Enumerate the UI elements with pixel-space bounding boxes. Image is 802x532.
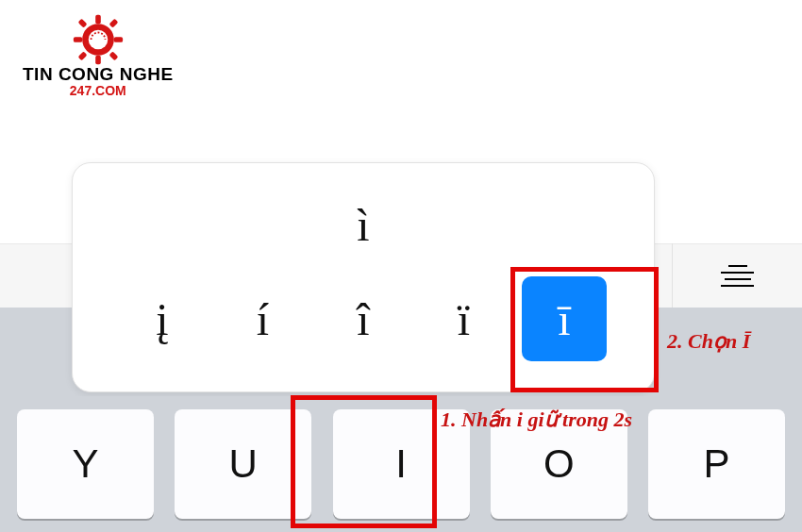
key-y[interactable]: Y	[17, 409, 154, 519]
keyboard-row: Y U I O P	[0, 396, 802, 532]
logo-text-line1: TIN CONG NGHE	[23, 64, 174, 85]
svg-rect-5	[114, 37, 123, 42]
popup-preview-char: ì	[357, 199, 369, 251]
svg-rect-4	[74, 37, 82, 42]
key-p[interactable]: P	[648, 409, 785, 519]
accent-option-3[interactable]: ï	[422, 276, 507, 361]
annotation-step2: 2. Chọn Ī	[667, 329, 750, 354]
key-u[interactable]: U	[175, 409, 311, 519]
text-align-button[interactable]	[672, 243, 802, 308]
svg-rect-3	[95, 56, 101, 64]
accent-option-2[interactable]: î	[321, 276, 406, 361]
svg-rect-2	[95, 15, 101, 24]
accent-option-4[interactable]: ī	[522, 276, 607, 361]
accent-option-0[interactable]: į	[120, 276, 205, 361]
gear-icon	[72, 13, 125, 66]
accent-option-1[interactable]: í	[221, 276, 306, 361]
svg-rect-8	[77, 51, 87, 60]
accent-popup: ì į í î ï ī	[72, 162, 655, 392]
annotation-step1: 1. Nhấn i giữ trong 2s	[441, 407, 632, 432]
justify-icon	[719, 265, 757, 287]
logo-text-line2: 247.COM	[70, 83, 126, 98]
svg-rect-9	[109, 51, 118, 60]
accent-options-row: į í î ï ī	[101, 267, 626, 371]
svg-rect-7	[109, 19, 118, 28]
svg-rect-6	[77, 19, 87, 28]
site-logo: TIN CONG NGHE 247.COM	[23, 13, 174, 98]
